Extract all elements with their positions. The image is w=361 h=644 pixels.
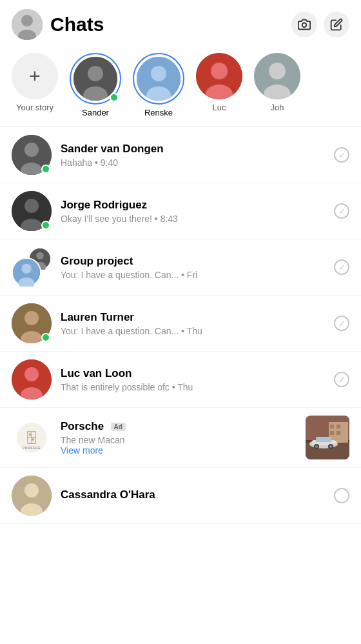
chat-item-lauren[interactable]: Lauren Turner You: I have a question. Ca… bbox=[0, 296, 361, 352]
chat-item-sander[interactable]: Sander van Dongen Hahaha • 9:40 ✓ bbox=[0, 127, 361, 183]
chat-preview-jorge: Okay I'll see you there! • 8:43 bbox=[61, 214, 325, 224]
svg-point-11 bbox=[211, 63, 228, 79]
chat-preview-sander: Hahaha • 9:40 bbox=[61, 157, 325, 168]
svg-point-26 bbox=[21, 264, 31, 274]
current-user-avatar[interactable] bbox=[12, 9, 43, 40]
chat-item-jorge[interactable]: Jorge Rodriguez Okay I'll see you there!… bbox=[0, 183, 361, 239]
svg-point-1 bbox=[21, 15, 33, 26]
chat-info-sander: Sander van Dongen Hahaha • 9:40 bbox=[61, 143, 325, 168]
chat-name-sander: Sander van Dongen bbox=[61, 143, 325, 156]
online-dot-lauren bbox=[41, 333, 50, 342]
svg-point-55 bbox=[329, 445, 332, 448]
story-item-sander[interactable]: Sander bbox=[70, 53, 121, 117]
chat-avatar-wrap-lauren bbox=[12, 303, 52, 343]
chat-avatar-wrap-jorge bbox=[12, 191, 52, 231]
chat-name-luc: Luc van Loon bbox=[61, 367, 325, 380]
header: Chats bbox=[0, 0, 361, 46]
svg-rect-57 bbox=[325, 438, 330, 441]
chat-info-jorge: Jorge Rodriguez Okay I'll see you there!… bbox=[61, 199, 325, 224]
chat-item-group[interactable]: Group project You: I have a question. Ca… bbox=[0, 239, 361, 296]
group-avatar-main bbox=[12, 257, 41, 287]
svg-point-20 bbox=[24, 199, 39, 213]
svg-point-17 bbox=[24, 143, 39, 157]
story-label-renske: Renske bbox=[144, 108, 173, 117]
chat-name-porsche: Porsche bbox=[61, 420, 104, 432]
add-story-button[interactable]: + bbox=[12, 53, 58, 99]
header-actions bbox=[291, 12, 349, 37]
story-label-luc: Luc bbox=[213, 103, 226, 112]
svg-point-3 bbox=[302, 23, 307, 28]
add-story-label: Your story bbox=[16, 103, 54, 112]
chat-check-lauren: ✓ bbox=[334, 316, 349, 331]
porsche-logo: PORSCHE bbox=[12, 418, 52, 458]
svg-point-29 bbox=[24, 311, 39, 325]
svg-rect-39 bbox=[32, 439, 34, 441]
chat-check-sander: ✓ bbox=[334, 147, 349, 163]
view-more-link[interactable]: View more bbox=[61, 445, 297, 456]
chat-list: Sander van Dongen Hahaha • 9:40 ✓ Jorge … bbox=[0, 127, 361, 524]
svg-point-14 bbox=[269, 63, 286, 79]
porsche-ad-thumbnail[interactable] bbox=[306, 416, 349, 459]
chat-preview-porsche: The new Macan bbox=[61, 435, 297, 445]
chat-avatar-wrap-sander bbox=[12, 135, 52, 175]
svg-rect-58 bbox=[334, 441, 337, 443]
chat-info-group: Group project You: I have a question. Ca… bbox=[61, 255, 325, 280]
chat-preview-luc: That is entirely possible ofc • Thu bbox=[61, 382, 325, 392]
story-avatar-wrap-luc bbox=[196, 53, 242, 99]
story-label-joh: Joh bbox=[271, 103, 284, 112]
svg-rect-48 bbox=[337, 431, 340, 435]
svg-text:PORSCHE: PORSCHE bbox=[23, 447, 41, 450]
svg-rect-45 bbox=[330, 425, 334, 428]
chat-check-jorge: ✓ bbox=[334, 203, 349, 219]
svg-rect-38 bbox=[29, 434, 31, 436]
story-item-joh[interactable]: Joh bbox=[254, 53, 300, 112]
chat-name-lauren: Lauren Turner bbox=[61, 311, 325, 324]
story-avatar-joh bbox=[254, 53, 300, 99]
stories-row: + Your story Sander Renske bbox=[0, 46, 361, 126]
page-title: Chats bbox=[50, 14, 291, 35]
chat-name-jorge: Jorge Rodriguez bbox=[61, 199, 325, 212]
chat-avatar-luc bbox=[12, 359, 52, 399]
svg-point-5 bbox=[88, 66, 103, 81]
story-item-luc[interactable]: Luc bbox=[196, 53, 242, 112]
chat-avatar-wrap-group bbox=[12, 247, 52, 287]
story-avatar-renske bbox=[135, 55, 182, 102]
story-item-renske[interactable]: Renske bbox=[133, 53, 184, 117]
chat-name-group: Group project bbox=[61, 255, 325, 268]
chat-avatar-wrap-cassandra bbox=[12, 476, 52, 516]
story-avatar-wrap-sander bbox=[70, 53, 121, 105]
online-dot-jorge bbox=[41, 221, 50, 230]
svg-rect-56 bbox=[317, 438, 324, 441]
online-dot-sander bbox=[41, 165, 50, 174]
svg-point-32 bbox=[24, 367, 39, 381]
chat-info-cassandra: Cassandra O'Hara bbox=[61, 488, 325, 503]
story-label-sander: Sander bbox=[82, 108, 109, 117]
chat-check-luc: ✓ bbox=[334, 372, 349, 387]
svg-point-54 bbox=[315, 445, 318, 448]
svg-point-60 bbox=[24, 483, 39, 498]
story-avatar-wrap-joh bbox=[254, 53, 300, 99]
chat-info-luc: Luc van Loon That is entirely possible o… bbox=[61, 367, 325, 392]
chat-item-cassandra[interactable]: Cassandra O'Hara bbox=[0, 468, 361, 524]
chat-check-group: ✓ bbox=[334, 259, 349, 275]
chat-check-cassandra bbox=[334, 488, 349, 503]
story-online-dot-sander bbox=[110, 93, 119, 102]
story-avatar-wrap-renske bbox=[133, 53, 184, 105]
chat-info-porsche: Porsche Ad The new Macan View more bbox=[61, 420, 297, 456]
chat-avatar-cassandra bbox=[12, 476, 52, 516]
add-story-item[interactable]: + Your story bbox=[12, 53, 58, 112]
chat-avatar-wrap-luc bbox=[12, 359, 52, 399]
chat-preview-lauren: You: I have a question. Can... • Thu bbox=[61, 326, 325, 336]
porsche-name-row: Porsche Ad bbox=[61, 420, 297, 433]
chat-avatar-wrap-porsche: PORSCHE bbox=[12, 418, 52, 458]
compose-button[interactable] bbox=[324, 12, 349, 37]
svg-rect-46 bbox=[337, 425, 340, 428]
camera-button[interactable] bbox=[291, 12, 317, 37]
ad-badge: Ad bbox=[111, 423, 126, 431]
svg-rect-47 bbox=[330, 431, 334, 435]
chat-item-luc[interactable]: Luc van Loon That is entirely possible o… bbox=[0, 352, 361, 408]
story-ring-renske bbox=[133, 53, 184, 105]
chat-preview-group: You: I have a question. Can... • Fri bbox=[61, 270, 325, 280]
chat-info-lauren: Lauren Turner You: I have a question. Ca… bbox=[61, 311, 325, 336]
chat-item-porsche[interactable]: PORSCHE Porsche Ad The new Macan View mo… bbox=[0, 408, 361, 468]
